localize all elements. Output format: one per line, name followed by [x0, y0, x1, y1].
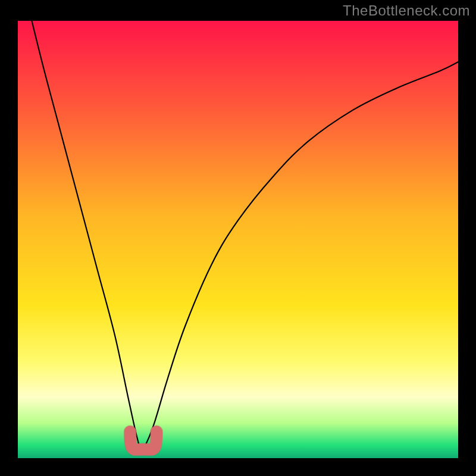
chart-stage: TheBottleneck.com — [0, 0, 476, 476]
gradient-background — [18, 21, 458, 458]
watermark-text: TheBottleneck.com — [343, 2, 470, 19]
bottleneck-chart — [0, 0, 476, 476]
